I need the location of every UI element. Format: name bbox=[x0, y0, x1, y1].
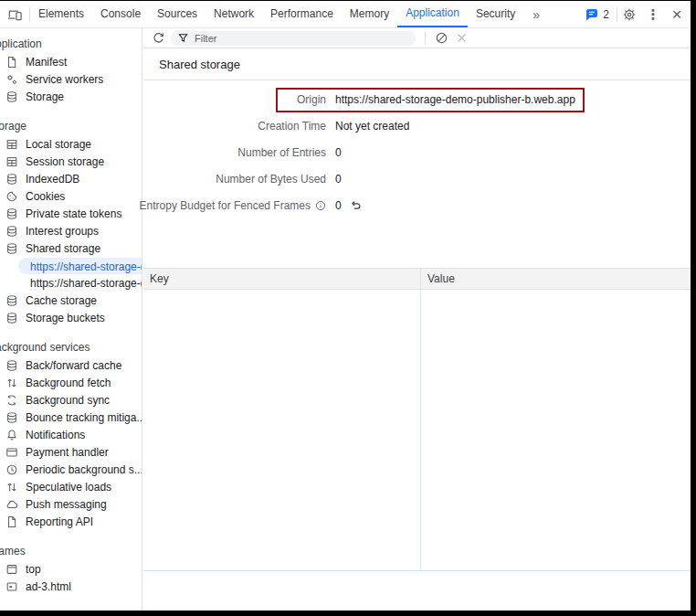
issues-bubble-icon bbox=[585, 8, 598, 21]
tab-elements[interactable]: Elements bbox=[30, 1, 92, 27]
sidebar-item-session-storage[interactable]: Session storage bbox=[0, 153, 142, 170]
table-icon bbox=[5, 137, 19, 152]
kebab-menu-icon: ⋮ bbox=[647, 6, 660, 23]
report-value: Not yet created bbox=[335, 120, 409, 133]
report-label: Number of Bytes Used bbox=[143, 173, 326, 186]
sidebar-item-label: Local storage bbox=[26, 138, 91, 151]
iframe-icon bbox=[5, 579, 19, 594]
reset-budget-icon[interactable] bbox=[350, 199, 363, 212]
filter-funnel-icon bbox=[178, 33, 188, 43]
sync-icon bbox=[5, 393, 19, 408]
sidebar-item-label: Manifest bbox=[26, 56, 67, 69]
gear-icon bbox=[622, 7, 637, 22]
close-devtools-button[interactable]: × bbox=[665, 3, 689, 27]
report-row-creation-time: Creation Time Not yet created bbox=[143, 112, 691, 139]
tab-performance[interactable]: Performance bbox=[262, 1, 342, 27]
grid-header-value[interactable]: Value bbox=[421, 269, 461, 289]
delete-selected-button[interactable] bbox=[451, 28, 471, 48]
sidebar-item-background-sync[interactable]: Background sync bbox=[0, 391, 142, 409]
clear-all-button[interactable] bbox=[431, 28, 451, 48]
sidebar-item-label: Private state tokens bbox=[26, 207, 121, 220]
info-icon[interactable] bbox=[315, 199, 326, 211]
sidebar-item-periodic-background-sync[interactable]: Periodic background s... bbox=[0, 461, 142, 478]
sidebar-item-shared-storage-origin[interactable]: https://shared-storage-d... bbox=[0, 274, 142, 292]
sidebar-item-push-messaging[interactable]: Push messaging bbox=[0, 495, 142, 513]
filter-input[interactable] bbox=[193, 32, 408, 45]
sidebar-item-label: Background fetch bbox=[26, 377, 111, 389]
tab-network[interactable]: Network bbox=[206, 1, 262, 27]
sidebar-item-label: Service workers bbox=[26, 73, 103, 86]
device-toolbar-icon bbox=[7, 8, 23, 21]
tab-application[interactable]: Application bbox=[397, 1, 468, 27]
sidebar-item-cache-storage[interactable]: Cache storage bbox=[0, 292, 142, 309]
sidebar-item-storage-buckets[interactable]: Storage buckets bbox=[0, 309, 142, 326]
tab-sources[interactable]: Sources bbox=[149, 1, 206, 27]
database-icon bbox=[5, 172, 19, 186]
close-icon: × bbox=[671, 5, 681, 23]
entries-data-grid: Key Value bbox=[143, 268, 691, 571]
sidebar-item-indexeddb[interactable]: IndexedDB bbox=[0, 170, 142, 187]
sidebar-item-bounce-tracking-mitigations[interactable]: Bounce tracking mitiga... bbox=[0, 409, 142, 426]
metadata-report: Origin https://shared-storage-demo-publi… bbox=[143, 86, 691, 218]
document-icon bbox=[5, 515, 19, 529]
sidebar-item-interest-groups[interactable]: Interest groups bbox=[0, 222, 142, 239]
sidebar-item-label: Payment handler bbox=[26, 446, 109, 459]
refresh-button[interactable] bbox=[149, 29, 167, 48]
cloud-icon bbox=[5, 497, 19, 512]
database-icon bbox=[5, 293, 19, 308]
sidebar-item-local-storage[interactable]: Local storage bbox=[0, 135, 142, 153]
service-worker-icon bbox=[5, 72, 19, 87]
sidebar-item-manifest[interactable]: Manifest bbox=[0, 53, 142, 70]
shared-storage-toolbar bbox=[143, 28, 691, 48]
sidebar-item-frame-ad3[interactable]: ad-3.html bbox=[0, 578, 142, 595]
sidebar-item-frame-top[interactable]: top bbox=[0, 560, 142, 578]
sidebar-item-private-state-tokens[interactable]: Private state tokens bbox=[0, 205, 142, 222]
document-icon bbox=[5, 55, 19, 69]
sidebar-item-label: Interest groups bbox=[26, 225, 99, 238]
tab-memory[interactable]: Memory bbox=[342, 1, 397, 27]
tab-security[interactable]: Security bbox=[468, 1, 523, 27]
sidebar-item-label: Cookies bbox=[26, 190, 65, 203]
database-icon bbox=[5, 224, 19, 239]
sidebar-item-shared-storage-origin-selected[interactable]: https://shared-storage-d... bbox=[0, 257, 142, 274]
sidebar-item-reporting-api[interactable]: Reporting API bbox=[0, 513, 142, 530]
sidebar-item-payment-handler[interactable]: Payment handler bbox=[0, 443, 142, 461]
settings-button[interactable] bbox=[617, 3, 641, 27]
sidebar-item-label: https://shared-storage-d... bbox=[18, 277, 142, 290]
page-title: Shared storage bbox=[159, 58, 240, 71]
sidebar-item-back-forward-cache[interactable]: Back/forward cache bbox=[0, 356, 142, 374]
sidebar-item-storage[interactable]: Storage bbox=[0, 88, 142, 105]
sidebar-item-speculative-loads[interactable]: Speculative loads bbox=[0, 478, 142, 495]
filter-field[interactable] bbox=[171, 31, 416, 46]
clock-icon bbox=[5, 462, 19, 477]
sidebar-item-shared-storage[interactable]: Shared storage bbox=[0, 239, 142, 257]
sidebar-item-service-workers[interactable]: Service workers bbox=[0, 70, 142, 88]
clear-block-icon bbox=[435, 31, 448, 45]
sidebar-item-notifications[interactable]: Notifications bbox=[0, 426, 142, 443]
grid-header-key[interactable]: Key bbox=[143, 269, 421, 289]
report-row-number-of-bytes-used: Number of Bytes Used 0 bbox=[143, 165, 691, 192]
tab-console[interactable]: Console bbox=[92, 1, 149, 27]
devtools-tabbar: Elements Console Sources Network Perform… bbox=[0, 1, 691, 28]
issues-badge[interactable]: 2 bbox=[578, 8, 617, 21]
report-label: Number of Entries bbox=[143, 146, 326, 159]
report-value: 0 bbox=[335, 199, 342, 212]
shared-storage-view: Shared storage Origin https://shared-sto… bbox=[143, 28, 691, 611]
sidebar-item-label: Cache storage bbox=[26, 294, 97, 307]
sidebar-item-label: ad-3.html bbox=[26, 580, 71, 593]
report-row-entropy-budget: Entropy Budget for Fenced Frames 0 bbox=[143, 192, 691, 218]
sidebar-item-cookies[interactable]: Cookies bbox=[0, 187, 142, 205]
sidebar-item-label: Storage buckets bbox=[26, 312, 105, 324]
more-tabs-button[interactable]: » bbox=[523, 7, 549, 22]
database-icon bbox=[5, 358, 19, 373]
sidebar-item-label: Background sync bbox=[26, 394, 110, 407]
grid-header: Key Value bbox=[143, 268, 691, 290]
grid-body[interactable] bbox=[143, 290, 691, 571]
sidebar-item-label: Storage bbox=[26, 90, 64, 103]
sidebar-item-label: top bbox=[26, 563, 41, 576]
report-row-number-of-entries: Number of Entries 0 bbox=[143, 139, 691, 165]
arrows-up-down-icon bbox=[5, 480, 19, 494]
menu-button[interactable]: ⋮ bbox=[641, 3, 665, 27]
toggle-device-toolbar-button[interactable] bbox=[0, 1, 29, 27]
sidebar-item-background-fetch[interactable]: Background fetch bbox=[0, 374, 142, 391]
